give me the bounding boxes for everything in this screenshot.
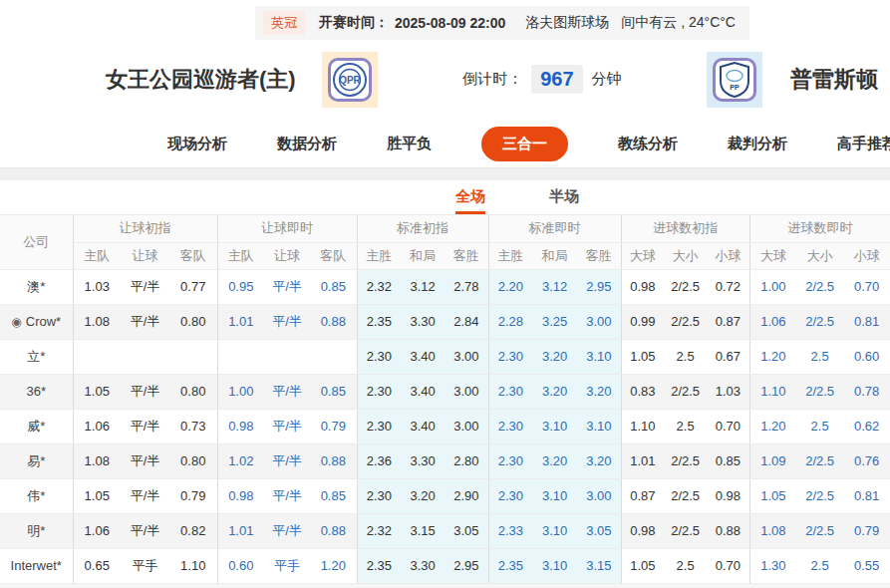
column-header: 和局 [532,242,577,269]
column-header: 让球 [121,242,169,269]
odds-cell: 2.30 [488,374,532,409]
odds-cell: 平/半 [121,304,169,339]
odds-cell: 3.10 [577,409,621,443]
odds-cell: 0.65 [73,548,121,583]
odds-cell: 0.99 [621,304,664,339]
odds-cell: 1.20 [310,548,357,583]
countdown-label: 倒计时： [462,70,522,89]
odds-cell: 3.00 [445,339,488,374]
odds-cell: 3.20 [532,339,577,374]
nav-tab-7[interactable]: 高手推荐 [837,135,890,153]
odds-cell: 平手 [121,548,169,583]
odds-cell: 2.5 [664,548,707,583]
away-crest-icon: PP [719,62,750,98]
odds-cell: 2.30 [488,339,532,374]
company-cell: 威* [0,409,73,443]
match-info-bar: 英冠 开赛时间： 2025-08-09 22:00 洛夫图斯球场 间中有云 , … [0,0,890,45]
home-team-logo: QPR [322,52,378,108]
odds-cell: 0.78 [843,374,890,409]
odds-cell: 2.30 [357,409,401,443]
odds-cell: 平/半 [121,269,169,304]
odds-cell: 1.20 [749,339,796,374]
odds-cell: 1.08 [73,443,121,478]
odds-cell: 平/半 [121,374,169,409]
nav-tab-1[interactable]: 现场分析 [167,135,227,153]
odds-cell: 3.25 [532,304,577,339]
odds-cell: 2.30 [357,374,401,409]
odds-cell: 0.70 [707,409,749,443]
column-header: 主队 [217,242,264,269]
countdown-value: 967 [531,65,582,94]
odds-cell: 平/半 [264,513,310,548]
kickoff-time: 2025-08-09 22:00 [395,15,505,31]
odds-cell: 0.80 [169,374,217,409]
odds-cell: 3.00 [577,478,621,513]
odds-cell: 平/半 [264,269,310,304]
odds-cell [217,339,264,374]
nav-tab-2[interactable]: 数据分析 [277,135,337,153]
odds-cell: 平/半 [121,478,169,513]
odds-cell: 2.5 [796,548,843,583]
odds-cell: 2.95 [577,269,621,304]
nav-tab-bar: 现场分析数据分析胜平负三合一教练分析裁判分析高手推荐 [0,120,890,168]
odds-cell: 3.20 [532,443,577,478]
odds-cell: 0.87 [621,478,664,513]
odds-cell: 2/2.5 [664,374,707,409]
group-header-row: 公司让球初指让球即时标准初指标准即时进球数初指进球数即时 [0,215,890,242]
odds-cell: 1.10 [169,548,217,583]
odds-cell: 2.35 [357,304,401,339]
odds-cell: 3.05 [445,513,488,548]
odds-cell [264,339,310,374]
odds-cell: 2.32 [357,269,401,304]
table-row: 伟*1.05平/半0.790.98平/半0.852.303.202.902.30… [0,478,890,513]
nav-tab-3[interactable]: 胜平负 [387,135,432,153]
odds-cell: 2.95 [445,548,488,583]
company-cell: 易* [0,443,73,478]
countdown-group: 倒计时： 967 分钟 [378,65,707,94]
column-header: 客队 [310,242,357,269]
column-group-header: 进球数初指 [621,215,749,242]
odds-cell: 平手 [264,548,310,583]
away-team-logo: PP [707,52,762,108]
odds-cell: 2/2.5 [796,304,843,339]
odds-cell: 3.40 [401,339,445,374]
odds-cell: 3.00 [445,409,488,443]
odds-cell: 1.01 [217,513,264,548]
odds-cell: 2.35 [357,548,401,583]
subtab-2[interactable]: 半场 [549,187,579,214]
nav-tab-5[interactable]: 教练分析 [618,135,678,153]
company-cell: 立* [0,339,73,374]
odds-cell: 0.82 [169,513,217,548]
odds-cell: 3.00 [577,304,621,339]
odds-cell: 0.88 [310,304,357,339]
odds-cell: 2/2.5 [796,513,843,548]
odds-cell: 3.20 [401,478,445,513]
odds-cell: 2/2.5 [664,304,707,339]
column-group-header: 让球初指 [73,215,217,242]
column-header: 大球 [621,242,664,269]
nav-tab-6[interactable]: 裁判分析 [728,135,787,153]
column-header: 小球 [707,242,749,269]
odds-cell: 1.10 [749,374,796,409]
column-group-header: 让球即时 [217,215,357,242]
odds-cell: 0.98 [217,478,264,513]
column-header: 主队 [73,242,121,269]
odds-cell: 0.85 [310,269,357,304]
nav-tab-4[interactable]: 三合一 [481,127,568,161]
odds-cell: 0.88 [707,513,749,548]
odds-cell: 0.70 [707,548,749,583]
column-header: 大小 [796,242,843,269]
away-team-group: PP 普雷斯顿 [707,52,878,108]
odds-cell: 2.30 [357,478,401,513]
odds-cell: 0.79 [169,478,217,513]
company-name: Crow* [26,314,61,329]
subtab-1[interactable]: 全场 [455,187,485,214]
odds-cell: 2.30 [357,339,401,374]
home-team-name: 女王公园巡游者(主) [106,65,296,95]
column-header: 客胜 [577,242,621,269]
odds-cell: 0.95 [217,269,264,304]
odds-cell: 2.30 [488,478,532,513]
weather-text: 间中有云 , 24°C°C [621,14,736,32]
odds-cell: 3.20 [577,443,621,478]
countdown-unit: 分钟 [592,70,622,89]
